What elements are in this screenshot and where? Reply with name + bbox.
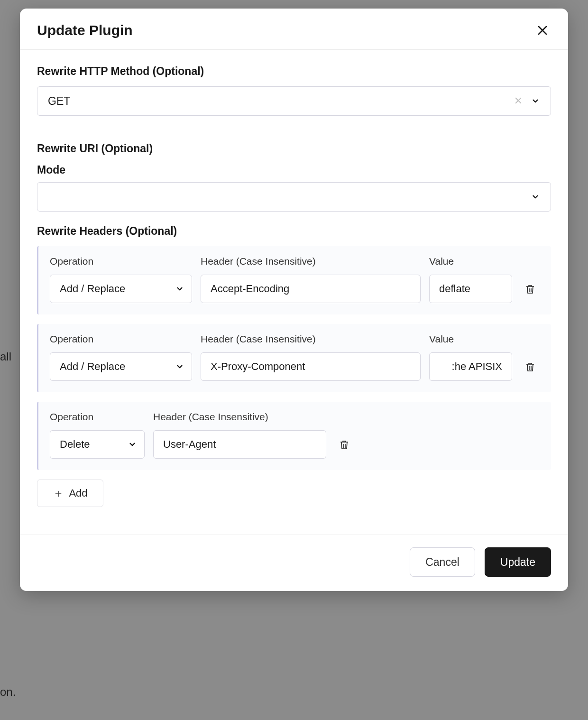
background-text: on. — [0, 685, 16, 699]
close-button[interactable] — [534, 22, 551, 39]
cancel-button[interactable]: Cancel — [410, 547, 475, 577]
mode-label: Mode — [37, 164, 551, 176]
trash-icon — [524, 361, 536, 373]
operation-value: Add / Replace — [60, 360, 125, 373]
rewrite-method-value: GET — [48, 95, 70, 108]
mode-select[interactable] — [37, 182, 551, 212]
chevron-down-icon — [128, 440, 137, 449]
value-input[interactable]: deflate — [429, 275, 512, 303]
header-value: Accept-Encoding — [211, 283, 289, 295]
header-label: Header (Case Insensitive) — [153, 411, 326, 423]
value-text: deflate — [439, 283, 470, 295]
operation-select[interactable]: Add / Replace — [50, 275, 192, 303]
chevron-down-icon — [531, 97, 540, 105]
operation-value: Add / Replace — [60, 283, 125, 295]
header-input[interactable]: User-Agent — [153, 430, 326, 459]
header-row: Operation Delete Header (Case Insensitiv… — [37, 402, 551, 470]
modal-body: Rewrite HTTP Method (Optional) GET Rewri… — [20, 50, 568, 520]
rewrite-uri-label: Rewrite URI (Optional) — [37, 142, 551, 155]
modal-title: Update Plugin — [37, 22, 133, 38]
close-icon — [537, 25, 548, 36]
select-controls — [531, 182, 551, 212]
header-row: Operation Add / Replace Header (Case Ins… — [37, 324, 551, 392]
operation-value: Delete — [60, 438, 90, 451]
delete-row-button[interactable] — [524, 361, 536, 375]
operation-select[interactable]: Add / Replace — [50, 352, 192, 381]
trash-icon — [339, 439, 350, 451]
plus-icon: ＋ — [53, 488, 64, 499]
value-input[interactable]: :he APISIX — [429, 352, 512, 381]
header-value: X-Proxy-Component — [211, 360, 305, 373]
modal-header: Update Plugin — [20, 9, 568, 50]
header-input[interactable]: X-Proxy-Component — [201, 352, 421, 381]
operation-label: Operation — [50, 256, 192, 267]
delete-row-button[interactable] — [524, 283, 536, 297]
header-label: Header (Case Insensitive) — [201, 256, 421, 267]
update-plugin-modal: Update Plugin Rewrite HTTP Method (Optio… — [20, 9, 568, 591]
rewrite-headers-label: Rewrite Headers (Optional) — [37, 225, 551, 238]
chevron-down-icon — [175, 285, 184, 293]
background-text: all — [0, 350, 11, 363]
chevron-down-icon — [175, 362, 184, 371]
trash-icon — [524, 283, 536, 295]
header-label: Header (Case Insensitive) — [201, 333, 421, 345]
modal-footer: Cancel Update — [20, 535, 568, 591]
operation-select[interactable]: Delete — [50, 430, 145, 459]
operation-label: Operation — [50, 333, 192, 345]
delete-row-button[interactable] — [339, 439, 350, 453]
value-text: :he APISIX — [452, 360, 502, 373]
header-row: Operation Add / Replace Header (Case Ins… — [37, 246, 551, 314]
value-label: Value — [429, 256, 512, 267]
header-value: User-Agent — [163, 438, 216, 451]
rewrite-method-label: Rewrite HTTP Method (Optional) — [37, 65, 551, 78]
rewrite-method-select[interactable]: GET — [37, 86, 551, 116]
add-header-button[interactable]: ＋ Add — [37, 480, 103, 507]
cancel-label: Cancel — [425, 556, 459, 569]
update-label: Update — [500, 556, 535, 569]
clear-icon[interactable] — [514, 96, 523, 106]
header-input[interactable]: Accept-Encoding — [201, 275, 421, 303]
update-button[interactable]: Update — [485, 547, 551, 577]
chevron-down-icon — [531, 193, 540, 201]
select-controls — [514, 86, 551, 116]
value-label: Value — [429, 333, 512, 345]
operation-label: Operation — [50, 411, 145, 423]
add-label: Add — [69, 487, 87, 499]
